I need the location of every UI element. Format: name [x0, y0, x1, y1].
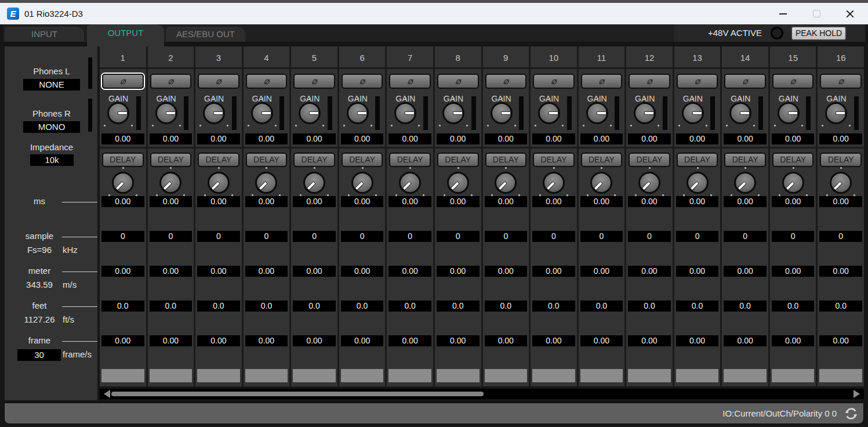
gain-knob[interactable]: [634, 102, 656, 124]
delay-meter-value[interactable]: 0.00: [724, 266, 767, 277]
delay-meter-value[interactable]: 0.00: [437, 266, 480, 277]
delay-sample-value[interactable]: 0: [628, 231, 671, 242]
delay-meter-value[interactable]: 0.00: [101, 266, 144, 277]
gain-knob[interactable]: [825, 102, 847, 124]
delay-frame-value[interactable]: 0.00: [437, 335, 480, 346]
delay-button[interactable]: DELAY: [150, 153, 192, 167]
delay-button[interactable]: DELAY: [485, 153, 527, 167]
delay-knob[interactable]: [638, 172, 660, 194]
delay-knob[interactable]: [543, 172, 565, 194]
gain-knob[interactable]: [442, 102, 464, 124]
delay-button[interactable]: DELAY: [724, 153, 766, 167]
delay-knob[interactable]: [590, 172, 612, 194]
delay-button[interactable]: DELAY: [533, 153, 575, 167]
tab-aes-ebu-out[interactable]: AES/EBU OUT: [166, 27, 245, 42]
delay-feet-value[interactable]: 0.0: [293, 301, 336, 312]
delay-frame-value[interactable]: 0.00: [341, 335, 384, 346]
delay-feet-value[interactable]: 0.0: [341, 301, 384, 312]
delay-feet-value[interactable]: 0.0: [819, 301, 862, 312]
close-button[interactable]: [837, 3, 863, 24]
gain-knob[interactable]: [586, 102, 608, 124]
delay-ms-value[interactable]: 0.00: [628, 196, 671, 207]
delay-knob[interactable]: [782, 172, 804, 194]
delay-ms-value[interactable]: 0.00: [197, 196, 240, 207]
gain-value[interactable]: 0.00: [580, 133, 623, 144]
gain-value[interactable]: 0.00: [724, 133, 767, 144]
delay-knob[interactable]: [255, 172, 277, 194]
delay-button[interactable]: DELAY: [293, 153, 335, 167]
delay-frame-value[interactable]: 0.00: [628, 335, 671, 346]
delay-sample-value[interactable]: 0: [724, 231, 767, 242]
delay-knob[interactable]: [303, 172, 325, 194]
gain-knob[interactable]: [347, 102, 369, 124]
gain-value[interactable]: 0.00: [388, 133, 431, 144]
gain-value[interactable]: 0.00: [772, 133, 815, 144]
delay-meter-value[interactable]: 0.00: [580, 266, 623, 277]
delay-ms-value[interactable]: 0.00: [150, 196, 193, 207]
phones-r-value[interactable]: MONO: [23, 121, 80, 133]
phase-button[interactable]: ⌀: [150, 74, 192, 89]
delay-feet-value[interactable]: 0.0: [150, 301, 193, 312]
delay-button[interactable]: DELAY: [772, 153, 814, 167]
delay-sample-value[interactable]: 0: [485, 231, 528, 242]
scroll-right-arrow-icon[interactable]: [854, 390, 860, 398]
delay-feet-value[interactable]: 0.0: [628, 301, 671, 312]
phase-button[interactable]: ⌀: [581, 74, 623, 89]
delay-ms-value[interactable]: 0.00: [485, 196, 528, 207]
delay-meter-value[interactable]: 0.00: [628, 266, 671, 277]
delay-button[interactable]: DELAY: [246, 153, 288, 167]
gain-value[interactable]: 0.00: [676, 133, 719, 144]
scroll-left-arrow-icon[interactable]: [104, 390, 110, 398]
phase-button[interactable]: ⌀: [437, 74, 479, 89]
delay-sample-value[interactable]: 0: [101, 231, 144, 242]
delay-ms-value[interactable]: 0.00: [772, 196, 815, 207]
sync-refresh-icon[interactable]: [844, 406, 859, 421]
delay-meter-value[interactable]: 0.00: [819, 266, 862, 277]
peak-hold-button[interactable]: PEAK HOLD: [791, 26, 847, 41]
delay-meter-value[interactable]: 0.00: [532, 266, 575, 277]
gain-value[interactable]: 0.00: [437, 133, 480, 144]
gain-knob[interactable]: [729, 102, 751, 124]
delay-ms-value[interactable]: 0.00: [437, 196, 480, 207]
delay-frame-value[interactable]: 0.00: [293, 335, 336, 346]
delay-knob[interactable]: [159, 172, 181, 194]
delay-meter-value[interactable]: 0.00: [150, 266, 193, 277]
delay-button[interactable]: DELAY: [102, 153, 144, 167]
phase-button[interactable]: ⌀: [485, 74, 527, 89]
gain-value[interactable]: 0.00: [628, 133, 671, 144]
delay-ms-value[interactable]: 0.00: [532, 196, 575, 207]
tab-output[interactable]: OUTPUT: [87, 24, 164, 46]
delay-button[interactable]: DELAY: [198, 153, 239, 167]
delay-feet-value[interactable]: 0.0: [197, 301, 240, 312]
delay-feet-value[interactable]: 0.0: [388, 301, 431, 312]
phase-button[interactable]: ⌀: [772, 74, 814, 89]
gain-knob[interactable]: [491, 102, 513, 124]
maximize-button[interactable]: [803, 3, 830, 24]
delay-ms-value[interactable]: 0.00: [293, 196, 336, 207]
delay-ms-value[interactable]: 0.00: [676, 196, 719, 207]
delay-ms-value[interactable]: 0.00: [341, 196, 384, 207]
gain-value[interactable]: 0.00: [341, 133, 384, 144]
gain-knob[interactable]: [538, 102, 560, 124]
delay-meter-value[interactable]: 0.00: [676, 266, 719, 277]
delay-button[interactable]: DELAY: [389, 153, 431, 167]
delay-button[interactable]: DELAY: [581, 153, 623, 167]
delay-button[interactable]: DELAY: [342, 153, 383, 167]
delay-feet-value[interactable]: 0.0: [437, 301, 480, 312]
delay-meter-value[interactable]: 0.00: [197, 266, 240, 277]
gain-knob[interactable]: [394, 102, 416, 124]
gain-value[interactable]: 0.00: [485, 133, 528, 144]
scrollbar-thumb[interactable]: [111, 392, 484, 396]
delay-knob[interactable]: [447, 172, 469, 194]
delay-frame-value[interactable]: 0.00: [532, 335, 575, 346]
phase-button[interactable]: ⌀: [677, 74, 718, 89]
delay-knob[interactable]: [351, 172, 373, 194]
delay-knob[interactable]: [830, 172, 852, 194]
delay-meter-value[interactable]: 0.00: [388, 266, 431, 277]
gain-value[interactable]: 0.00: [245, 133, 288, 144]
phase-button[interactable]: ⌀: [102, 74, 144, 89]
delay-sample-value[interactable]: 0: [388, 231, 431, 242]
delay-frame-value[interactable]: 0.00: [388, 335, 431, 346]
gain-knob[interactable]: [251, 102, 273, 124]
gain-knob[interactable]: [299, 102, 321, 124]
